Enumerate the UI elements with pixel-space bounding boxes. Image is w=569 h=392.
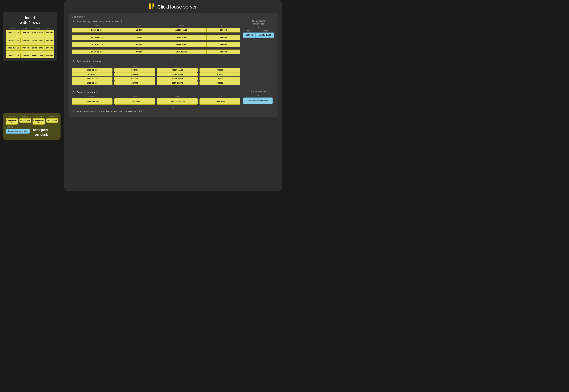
insert-col-date: date [6, 27, 20, 30]
step2-text: Split data into columns [76, 60, 101, 63]
insert-table: date town street price 2020-12-19 OXFORD… [6, 27, 54, 58]
insert-col-price: price [45, 27, 54, 30]
col-street: street ABBEY LANE EGHAM ROAD NORTH ROAD … [157, 65, 198, 85]
step1-section: 1 Sort rows by sorting key (town,street)… [72, 20, 274, 54]
insert-row-3: 2020-12-19 MALTON NORTH ROAD 160000 [6, 45, 54, 50]
step2-circle: 2 [72, 60, 75, 63]
disk-file-street: street.bin Compressed data [32, 116, 45, 125]
col-date: date 2020-12-19 2020-12-19 2020-12-19 20… [72, 65, 113, 85]
step2-row: 2 Split data into columns [72, 60, 274, 63]
disk-title: Data parton disk [31, 128, 48, 137]
memory-box: Main memory 1 Sort rows by sorting key (… [69, 13, 277, 117]
step1-circle: 1 [72, 20, 75, 23]
insert-row-1: 2020-12-19 OXFORD EDEN DRIVE 960000 [6, 30, 54, 35]
server-panel: ClickHouse server Main memory 1 Sort row… [64, 0, 282, 191]
disk-file-price: price.bin Compr. data [46, 116, 58, 125]
step4-row: 4 Store compressed data as files inside … [72, 110, 274, 113]
step3-text: Compress columns [76, 91, 97, 94]
server-header: ClickHouse server [69, 3, 277, 11]
col-price: price 850000 420000 160000 960000 [200, 65, 240, 85]
disk-idx-label: primary.idx [6, 126, 30, 128]
step4-text: Store compressed data as files inside ne… [76, 110, 142, 113]
disk-file-date: date.bin Compressed data [6, 116, 18, 125]
server-title: ClickHouse server [157, 4, 197, 10]
svg-rect-2 [152, 3, 152, 9]
step3-section: 3 Compress columns date Compressed data … [72, 91, 274, 105]
step1-text: Sort rows by sorting key (town,street) [76, 20, 122, 23]
insert-row-4: 2020-12-19 LONDON ABBEY LANE 850000 [6, 53, 54, 58]
step3-circle: 3 [72, 91, 75, 94]
insert-panel: Insertwith 4 rows date town street price… [3, 12, 57, 61]
step3-compress: date Compressed data town Compr. data st… [72, 95, 240, 105]
clickhouse-logo-icon [149, 3, 156, 11]
compress-idx-box: Compressed index data [243, 98, 273, 104]
step4-circle: 4 [72, 110, 75, 113]
insert-col-town: town [20, 27, 30, 30]
svg-rect-0 [149, 3, 150, 9]
sparse-index-title: Create sparseprimary index [243, 20, 274, 25]
insert-col-street: street [30, 27, 45, 30]
insert-title: Insertwith 4 rows [6, 15, 54, 25]
svg-rect-1 [150, 3, 151, 9]
compress-idx-title: Compress index [243, 91, 274, 93]
disk-panel: date.bin Compressed data town.bin Compr.… [3, 113, 60, 140]
disk-idx-box: Compressed index data [6, 129, 30, 134]
step2-columns: date 2020-12-19 2020-12-19 2020-12-19 20… [72, 65, 240, 85]
sparse-index-section: Create sparseprimary index ▼ town street… [243, 20, 274, 38]
insert-row-2: 2020-12-19 LONDON EGHAM ROAD 420000 [6, 38, 54, 43]
memory-label: Main memory [72, 15, 274, 18]
col-town: town LONDON LONDON MALTON OXFORD [114, 65, 155, 85]
sparse-index-table: town street LONDON ABBEY LANE [243, 30, 274, 38]
step1-table: date town street price 2020-12-19 LONDON… [72, 25, 240, 54]
disk-file-town: town.bin Compr. data [19, 116, 31, 125]
svg-rect-3 [153, 3, 154, 7]
